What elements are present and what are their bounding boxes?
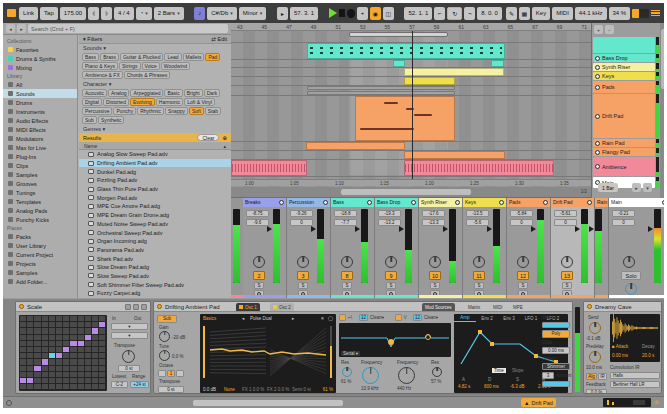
position-slider[interactable]	[330, 326, 332, 378]
quantize-menu[interactable]: 2 Bars▾	[154, 7, 184, 20]
solo-button[interactable]: S	[518, 282, 528, 289]
track-fold-icon[interactable]	[323, 200, 328, 205]
scale-grid-cell[interactable]	[56, 316, 62, 321]
scale-grid-cell[interactable]	[56, 341, 62, 346]
scale-grid-cell[interactable]	[70, 322, 76, 327]
reverb-title-bar[interactable]: Dreamy Cave	[584, 302, 661, 312]
scale-grid-cell[interactable]	[27, 366, 33, 371]
punch-out-button[interactable]: ¬	[464, 7, 475, 20]
feedback-value[interactable]: 0.0 %	[586, 389, 607, 394]
volume-fader-handle[interactable]	[443, 226, 448, 232]
tab-osc2[interactable]: Osc 2	[270, 303, 294, 311]
scale-grid-cell[interactable]	[49, 359, 55, 364]
scale-grid-cell[interactable]	[27, 322, 33, 327]
scale-grid-cell[interactable]	[27, 384, 33, 389]
scale-grid-cell[interactable]	[34, 328, 40, 333]
arrangement-clip[interactable]	[231, 160, 307, 176]
mixer-track-header[interactable]: Percussion	[287, 198, 330, 207]
browser-file-row[interactable]: Fizzling Pad.adv	[79, 176, 231, 185]
filters-edit-button[interactable]: ⇄ Edit	[211, 36, 227, 42]
tab-osc1[interactable]: Osc 1	[236, 303, 260, 311]
output-meter-icon[interactable]: ılı	[654, 399, 659, 405]
filters-collapse[interactable]: ▾ Filters	[83, 36, 102, 42]
volume-fader-handle[interactable]	[267, 226, 272, 232]
scale-grid-cell[interactable]	[92, 359, 98, 364]
sidebar-item-templates[interactable]: Templates	[3, 197, 77, 206]
browser-file-row[interactable]: Soft Shimmer Filter Sweep Pad.adv	[79, 280, 231, 289]
res2-knob[interactable]	[432, 367, 442, 377]
time-ruler[interactable]: 1:001:051:101:151:201:251:301:35	[231, 179, 591, 186]
send-value[interactable]: -0.1 dB	[586, 336, 601, 341]
scale-grid-cell[interactable]	[56, 384, 62, 389]
mixer-track-header[interactable]: Keys	[463, 198, 506, 207]
volume-value[interactable]: -5.84	[510, 210, 533, 217]
scale-grid-cell[interactable]	[63, 372, 69, 377]
filter-display[interactable]: Serial ▾	[339, 323, 451, 357]
scale-grid-cell[interactable]	[78, 347, 84, 352]
scale-grid-cell[interactable]	[92, 347, 98, 352]
scale-grid-cell[interactable]	[34, 359, 40, 364]
track-activator-button[interactable]: 8	[341, 271, 353, 280]
track-header-flangy-pad[interactable]: Flangy Pad	[593, 148, 655, 156]
filter-tag[interactable]: Harmonic	[156, 98, 183, 106]
unison-amount-slider[interactable]	[542, 381, 570, 387]
arrangement-clip[interactable]	[307, 43, 505, 59]
scale-grid-cell[interactable]	[20, 341, 26, 346]
filter-tag[interactable]: Percussive	[82, 107, 112, 115]
wavetable-category[interactable]: Basics	[203, 316, 216, 321]
gain-value[interactable]: 0	[290, 219, 313, 226]
pan-knob[interactable]	[561, 256, 573, 268]
scale-grid-cell[interactable]	[27, 347, 33, 352]
scale-grid-cell[interactable]	[34, 341, 40, 346]
scale-grid-cell[interactable]	[85, 328, 91, 333]
volume-value[interactable]: -8.75	[246, 210, 269, 217]
browser-file-row[interactable]: Dunkel Pad.adg	[79, 167, 231, 176]
volume-value[interactable]: -9.26	[290, 210, 313, 217]
scale-grid-cell[interactable]	[92, 366, 98, 371]
track-fold-icon[interactable]	[367, 200, 372, 205]
stop-button[interactable]	[339, 9, 346, 17]
scale-grid-cell[interactable]	[85, 366, 91, 371]
scale-grid-cell[interactable]	[27, 341, 33, 346]
scale-grid-cell[interactable]	[99, 353, 105, 358]
sidebar-item-sounds[interactable]: Sounds	[3, 89, 77, 98]
follow-button[interactable]: ▸	[277, 7, 288, 20]
track-freeze-icon[interactable]	[595, 114, 600, 119]
place-item-current-project[interactable]: Current Project	[3, 250, 77, 259]
filter2-mode[interactable]: Clean▾	[424, 315, 438, 320]
overdub-button[interactable]: +	[357, 7, 368, 20]
filter-tag[interactable]: Bass	[82, 53, 99, 61]
scale-grid-cell[interactable]	[63, 322, 69, 327]
scale-grid-cell[interactable]	[49, 328, 55, 333]
filter-tag[interactable]: Evolving	[130, 98, 155, 106]
sidebar-item-clips[interactable]: Clips	[3, 161, 77, 170]
scale-mode-toggle[interactable]: ♪	[194, 7, 205, 20]
scale-grid-cell[interactable]	[34, 347, 40, 352]
arrangement-clip[interactable]	[355, 96, 455, 141]
gain-value[interactable]: -9.6	[246, 219, 269, 226]
scale-grid-cell[interactable]	[99, 366, 105, 371]
attack-value[interactable]: 0.00 ms	[612, 353, 628, 358]
fx1-value[interactable]: FX 1 0.0 %	[242, 387, 264, 392]
freq2-value[interactable]: 440 Hz	[397, 386, 411, 391]
volume-value[interactable]: -13.5	[466, 210, 489, 217]
volume-fader-handle[interactable]	[399, 226, 404, 232]
filter-tag[interactable]: Snappy	[165, 107, 188, 115]
device-on-icon[interactable]	[587, 304, 592, 309]
volume-fader-handle[interactable]	[575, 226, 580, 232]
track-header-drift-pad[interactable]: Drift Pad	[593, 94, 655, 138]
gain-value[interactable]: -20 dB	[172, 335, 185, 340]
scale-grid-cell[interactable]	[78, 359, 84, 364]
scale-grid-cell[interactable]	[27, 372, 33, 377]
track-header-ambience[interactable]: Ambience	[593, 157, 655, 176]
filter-tag[interactable]: Bright	[184, 89, 203, 97]
clear-filters-button[interactable]: Clear	[197, 134, 219, 141]
ir-toggle[interactable]: IR	[598, 373, 607, 380]
octave-minus[interactable]	[158, 370, 166, 377]
pan-knob[interactable]	[429, 256, 441, 268]
filter-tag[interactable]: Chords & Phrases	[124, 71, 171, 79]
scale-grid-cell[interactable]	[78, 372, 84, 377]
scale-grid-cell[interactable]	[70, 316, 76, 321]
scale-grid-cell[interactable]	[56, 366, 62, 371]
scale-grid-cell[interactable]	[56, 347, 62, 352]
